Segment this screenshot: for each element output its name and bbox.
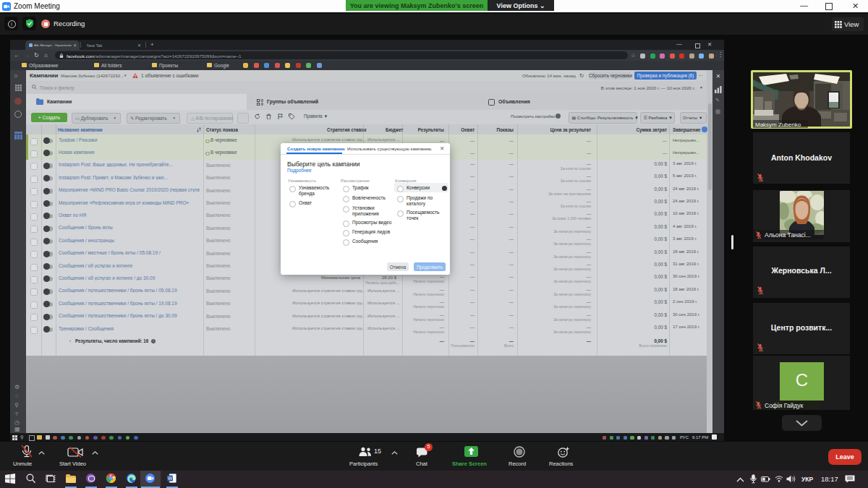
svg-text:W: W xyxy=(168,476,173,481)
